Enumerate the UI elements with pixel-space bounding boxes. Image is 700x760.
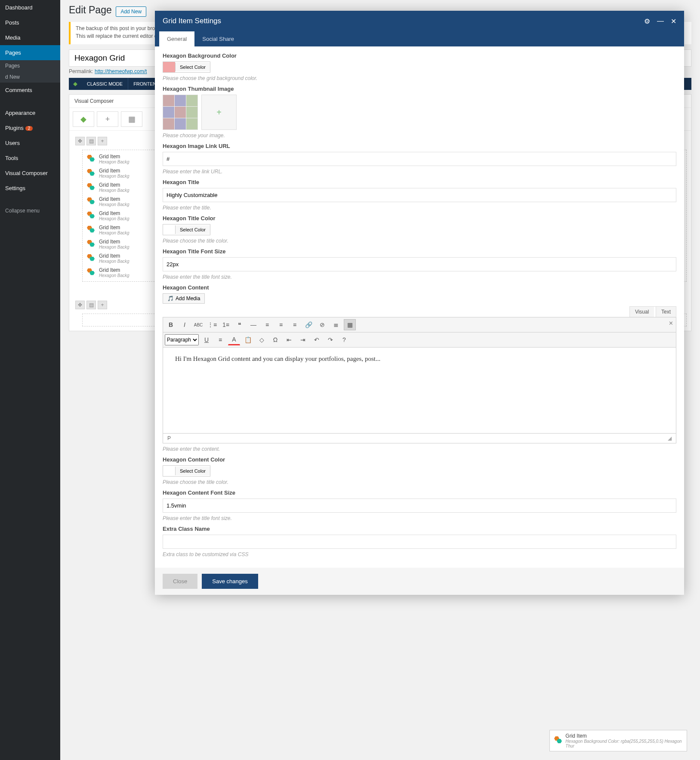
vc-logo-icon: ◆ (69, 78, 82, 90)
bg-color-picker[interactable]: Select Color (163, 62, 210, 73)
bold-icon[interactable]: B (165, 319, 177, 330)
toolbar-toggle-icon[interactable]: ▦ (344, 319, 356, 330)
content-font-label: Hexagon Content Font Size (163, 489, 676, 496)
menu-users[interactable]: Users (0, 135, 60, 151)
align-center-icon[interactable]: ≡ (275, 319, 287, 330)
title-color-picker[interactable]: Select Color (163, 224, 210, 235)
unlink-icon[interactable]: ⊘ (316, 319, 328, 330)
strike-icon[interactable]: ABC (192, 319, 204, 330)
close-button[interactable]: Close (163, 574, 197, 589)
add-row-icon[interactable]: + (98, 301, 107, 309)
drag-handle-icon[interactable]: ✥ (75, 137, 85, 145)
content-color-picker[interactable]: Select Color (163, 465, 210, 477)
editor-mode-tabs: Visual Text (629, 306, 676, 317)
modal-title: Grid Item Settings (163, 17, 221, 25)
justify-icon[interactable]: ≡ (214, 334, 226, 345)
text-color-icon[interactable]: A (228, 334, 240, 345)
hr-icon[interactable]: — (247, 319, 259, 330)
floating-grid-item-card[interactable]: Grid Item Hexagon Background Color: rgba… (549, 730, 687, 751)
grid-item-settings-modal: Grid Item Settings ⚙ — ✕ General Social … (155, 11, 684, 595)
editor-tab-visual[interactable]: Visual (630, 307, 654, 317)
menu-comments[interactable]: Comments (0, 83, 60, 98)
italic-icon[interactable]: I (179, 319, 191, 330)
content-color-select-button[interactable]: Select Color (175, 467, 210, 475)
help-icon[interactable]: ? (338, 334, 350, 345)
hex-title-input[interactable] (163, 188, 676, 202)
editor-tab-text[interactable]: Text (656, 307, 676, 317)
title-color-select-button[interactable]: Select Color (175, 225, 210, 234)
menu-plugins[interactable]: Plugins2 (0, 120, 60, 135)
collapse-menu[interactable]: Collapse menu (0, 203, 60, 218)
columns-icon[interactable]: ▤ (86, 137, 96, 145)
float-card-title: Grid Item (565, 733, 682, 739)
ul-icon[interactable]: ⋮≡ (206, 319, 218, 330)
thumb-label: Hexagon Thumbnail Image (163, 86, 676, 92)
hex-icon (87, 240, 96, 249)
fullscreen-close-icon[interactable]: ✕ (669, 320, 673, 326)
menu-media[interactable]: Media (0, 30, 60, 45)
underline-icon[interactable]: U (200, 334, 213, 345)
clear-format-icon[interactable]: ◇ (256, 334, 268, 345)
add-new-button[interactable]: Add New (116, 6, 146, 17)
more-icon[interactable]: ≣ (330, 319, 342, 330)
hex-icon (87, 268, 96, 277)
thumbnail-preview[interactable] (163, 95, 198, 130)
classic-mode-button[interactable]: CLASSIC MODE (82, 78, 128, 90)
gear-icon[interactable]: ⚙ (644, 17, 650, 25)
drag-handle-icon[interactable]: ✥ (75, 301, 85, 309)
submenu-pages-addnew[interactable]: d New (0, 71, 60, 83)
hex-icon (87, 254, 96, 263)
grid-item-sub: Hexagon Backg (99, 160, 130, 164)
extra-class-label: Extra Class Name (163, 526, 676, 532)
extra-class-input[interactable] (163, 535, 676, 549)
quote-icon[interactable]: ❝ (234, 319, 246, 330)
redo-icon[interactable]: ↷ (324, 334, 336, 345)
link-url-input[interactable] (163, 152, 676, 166)
title-font-input[interactable] (163, 257, 676, 271)
bg-color-select-button[interactable]: Select Color (175, 63, 210, 71)
add-row-icon[interactable]: + (98, 137, 107, 145)
content-editor[interactable]: Hi I'm Hexagon Grid content and you can … (163, 348, 676, 434)
tab-social-share[interactable]: Social Share (194, 31, 242, 46)
align-right-icon[interactable]: ≡ (289, 319, 301, 330)
save-changes-button[interactable]: Save changes (202, 574, 258, 589)
submenu-pages-all[interactable]: Pages (0, 60, 60, 71)
align-left-icon[interactable]: ≡ (261, 319, 273, 330)
close-icon[interactable]: ✕ (671, 17, 676, 25)
ol-icon[interactable]: 1≡ (220, 319, 232, 330)
columns-icon[interactable]: ▤ (86, 301, 96, 309)
menu-appearance[interactable]: Appearance (0, 105, 60, 120)
add-element-button[interactable]: + (97, 111, 118, 127)
undo-icon[interactable]: ↶ (311, 334, 323, 345)
grid-item-sub: Hexagon Backg (99, 231, 130, 235)
editor-resize-handle[interactable]: ◢ (668, 435, 672, 441)
menu-pages[interactable]: Pages (0, 45, 60, 60)
outdent-icon[interactable]: ⇤ (283, 334, 295, 345)
menu-visual-composer[interactable]: Visual Composer (0, 166, 60, 181)
special-char-icon[interactable]: Ω (269, 334, 281, 345)
menu-dashboard[interactable]: Dashboard (0, 0, 60, 15)
vc-element-icon[interactable]: ◆ (73, 111, 94, 127)
menu-posts[interactable]: Posts (0, 15, 60, 30)
paragraph-select[interactable]: Paragraph (165, 334, 199, 345)
content-font-input[interactable] (163, 498, 676, 513)
permalink-url[interactable]: http://themeofwp.com/t (95, 68, 147, 74)
tab-general[interactable]: General (159, 31, 194, 46)
menu-tools[interactable]: Tools (0, 151, 60, 166)
template-button[interactable]: ▦ (121, 111, 142, 127)
indent-icon[interactable]: ⇥ (297, 334, 309, 345)
hex-icon (554, 736, 563, 745)
add-media-button[interactable]: 🎵Add Media (163, 293, 205, 304)
menu-settings[interactable]: Settings (0, 181, 60, 196)
modal-footer: Close Save changes (155, 568, 684, 595)
editor-statusbar: P ◢ (163, 434, 676, 443)
grid-item-title: Grid Item (99, 154, 130, 160)
add-image-button[interactable]: + (201, 95, 237, 130)
link-icon[interactable]: 🔗 (302, 319, 315, 330)
paste-text-icon[interactable]: 📋 (242, 334, 254, 345)
minimize-icon[interactable]: — (657, 17, 664, 25)
grid-item-title: Grid Item (99, 239, 130, 245)
hex-icon (87, 169, 96, 178)
grid-item-title: Grid Item (99, 182, 130, 188)
editor-path: P (167, 435, 171, 441)
